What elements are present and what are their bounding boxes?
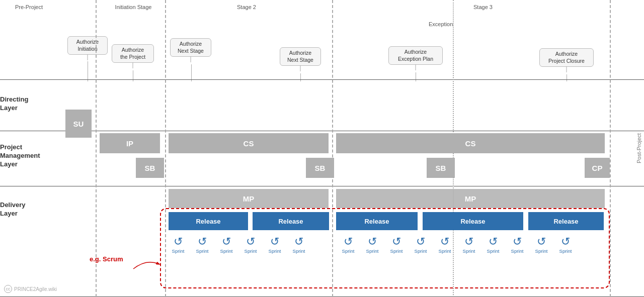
hdiv-directing-pm — [0, 131, 644, 131]
scrum-label: e.g. Scrum — [90, 255, 123, 263]
sprint-label-4: Sprint — [245, 248, 257, 254]
watermark-text: PRINCE2Agile.wiki — [14, 286, 57, 292]
cc-icon: cc — [4, 285, 12, 293]
sprints-stage2: ↺ Sprint ↺ Sprint ↺ Sprint ↺ Sprint ↺ Sp… — [166, 235, 311, 254]
sprint-s3-label-6: Sprint — [463, 248, 475, 254]
auth-initiation-bubble: Authorize Initiation — [67, 36, 108, 55]
ip-box: IP — [100, 133, 160, 153]
watermark: cc PRINCE2Agile.wiki — [4, 285, 57, 293]
sprint-icon-4: ↺ — [246, 235, 255, 248]
sprint-s3-icon-2: ↺ — [368, 235, 377, 248]
sprint-s3-icon-3: ↺ — [392, 235, 401, 248]
sprint-item-4: ↺ Sprint — [238, 235, 263, 254]
sprint-item-3: ↺ Sprint — [214, 235, 238, 254]
sprint-s3-icon-9: ↺ — [537, 235, 546, 248]
release-2: Release — [253, 212, 329, 230]
hdiv-pm-delivery — [0, 186, 644, 186]
sprints-stage3: ↺ Sprint ↺ Sprint ↺ Sprint ↺ Sprint ↺ Sp… — [336, 235, 578, 254]
vdiv-1 — [96, 0, 97, 297]
sprint-s3-10: ↺ Sprint — [553, 235, 578, 254]
sprint-s3-icon-5: ↺ — [440, 235, 449, 248]
cs2-box: CS — [336, 133, 605, 153]
sprint-s3-icon-1: ↺ — [344, 235, 353, 248]
sprint-s3-7: ↺ Sprint — [481, 235, 505, 254]
line-auth-next-1 — [191, 64, 192, 81]
sprint-s3-label-5: Sprint — [439, 248, 451, 254]
sprint-s3-icon-7: ↺ — [489, 235, 498, 248]
sprint-label-3: Sprint — [220, 248, 233, 254]
auth-next-stage-1-text: AuthorizeNext Stage — [178, 41, 204, 54]
sprint-s3-1: ↺ Sprint — [336, 235, 360, 254]
line-auth-initiation — [88, 61, 88, 81]
release-3: Release — [336, 212, 418, 230]
line-auth-exception — [416, 72, 416, 81]
diagram-container: Pre-Project Initiation Stage Stage 2 Sta… — [0, 0, 644, 297]
sprint-icon-2: ↺ — [198, 235, 207, 248]
sprint-s3-label-7: Sprint — [487, 248, 500, 254]
auth-next-stage-1-bubble: AuthorizeNext Stage — [170, 38, 211, 57]
auth-next-stage-2-bubble: AuthorizeNext Stage — [280, 47, 321, 66]
release-1: Release — [169, 212, 248, 230]
sprint-item-1: ↺ Sprint — [166, 235, 190, 254]
sprint-s3-6: ↺ Sprint — [457, 235, 481, 254]
sprint-s3-label-8: Sprint — [511, 248, 524, 254]
auth-project-text: Authorizethe Project — [120, 47, 145, 60]
sprint-s3-4: ↺ Sprint — [409, 235, 433, 254]
line-auth-next-2 — [300, 73, 301, 81]
sprint-s3-label-1: Sprint — [342, 248, 355, 254]
sprint-icon-3: ↺ — [222, 235, 231, 248]
auth-next-stage-2-text: AuthorizeNext Stage — [287, 50, 313, 63]
sprint-label-1: Sprint — [172, 248, 185, 254]
auth-project-bubble: Authorizethe Project — [112, 44, 154, 63]
sprint-s3-label-9: Sprint — [535, 248, 548, 254]
release-4: Release — [423, 212, 523, 230]
pm-layer-label: ProjectManagementLayer — [0, 143, 63, 169]
sprint-s3-icon-4: ↺ — [416, 235, 425, 248]
sprint-s3-icon-6: ↺ — [464, 235, 473, 248]
auth-exception-bubble: AuthorizeException Plan — [388, 46, 443, 65]
sprint-s3-3: ↺ Sprint — [384, 235, 409, 254]
sprint-icon-1: ↺ — [174, 235, 183, 248]
phase-stage2: Stage 2 — [226, 4, 267, 10]
scrum-arrow — [131, 256, 161, 271]
cs1-box: CS — [169, 133, 329, 153]
sprint-s3-icon-10: ↺ — [561, 235, 570, 248]
sprint-label-5: Sprint — [269, 248, 281, 254]
phase-stage3: Stage 3 — [463, 4, 503, 10]
sprint-s3-label-3: Sprint — [390, 248, 403, 254]
sprint-label-6: Sprint — [293, 248, 305, 254]
sprint-s3-8: ↺ Sprint — [505, 235, 529, 254]
sprint-item-5: ↺ Sprint — [263, 235, 287, 254]
phase-pre-project: Pre-Project — [15, 4, 43, 10]
directing-layer-label: Directing Layer — [0, 95, 63, 113]
sprint-icon-6: ↺ — [294, 235, 303, 248]
sprint-icon-5: ↺ — [270, 235, 279, 248]
post-project-label: Post-Project — [636, 0, 642, 297]
sprint-item-2: ↺ Sprint — [190, 235, 214, 254]
delivery-layer-label: DeliveryLayer — [0, 201, 63, 218]
sb2-box: SB — [306, 158, 334, 178]
vdiv-4 — [610, 0, 611, 297]
line-auth-closure — [567, 74, 567, 81]
sprint-s3-5: ↺ Sprint — [433, 235, 457, 254]
cp-box: CP — [585, 158, 610, 178]
sb3-box: SB — [427, 158, 455, 178]
auth-exception-text: AuthorizeException Plan — [398, 49, 433, 62]
sprint-label-2: Sprint — [196, 248, 209, 254]
exception-label: Exception — [429, 21, 453, 27]
hdiv-top — [0, 79, 644, 80]
sprint-item-6: ↺ Sprint — [287, 235, 311, 254]
auth-closure-bubble: AuthorizeProject Closure — [539, 48, 594, 67]
sprint-s3-2: ↺ Sprint — [360, 235, 384, 254]
release-5: Release — [528, 212, 604, 230]
sprint-s3-label-10: Sprint — [559, 248, 572, 254]
mp2-box: MP — [336, 189, 605, 208]
sprint-s3-icon-8: ↺ — [513, 235, 522, 248]
sb1-box: SB — [136, 158, 164, 178]
mp1-box: MP — [169, 189, 329, 208]
phase-initiation: Initiation Stage — [103, 4, 164, 10]
sprint-s3-label-2: Sprint — [366, 248, 379, 254]
vdiv-3 — [332, 0, 333, 297]
sprint-s3-9: ↺ Sprint — [529, 235, 553, 254]
auth-closure-text: AuthorizeProject Closure — [548, 51, 585, 64]
